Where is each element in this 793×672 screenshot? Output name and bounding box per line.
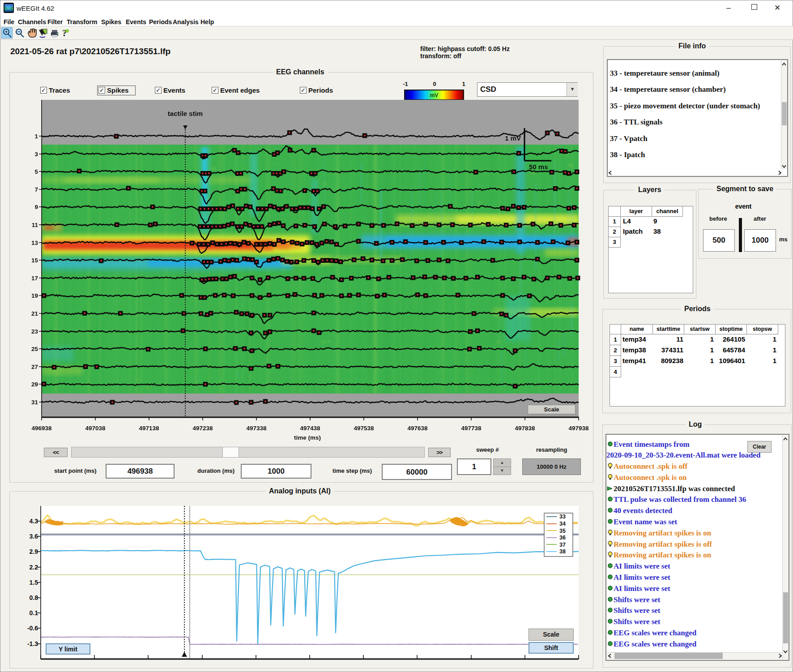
svg-text:13: 13: [31, 240, 38, 246]
svg-text:497838: 497838: [515, 425, 535, 432]
svg-text:0.8: 0.8: [30, 594, 38, 601]
svg-text:mV: mV: [430, 92, 439, 98]
svg-text:9: 9: [34, 204, 38, 210]
svg-text:29: 29: [31, 381, 38, 388]
svg-text:11: 11: [32, 222, 38, 228]
svg-text:19: 19: [31, 292, 38, 299]
svg-text:31: 31: [31, 399, 38, 406]
svg-text:33: 33: [559, 514, 566, 520]
svg-text:1 mV: 1 mV: [505, 134, 521, 142]
svg-text:15: 15: [31, 257, 38, 264]
svg-text:37: 37: [559, 542, 566, 548]
svg-text:497538: 497538: [354, 425, 374, 432]
svg-text:tactile stim: tactile stim: [168, 110, 203, 117]
svg-text:1: 1: [34, 133, 38, 140]
svg-text:38: 38: [559, 548, 566, 555]
svg-text:497038: 497038: [85, 425, 106, 432]
svg-text:497438: 497438: [300, 425, 320, 432]
svg-text:497238: 497238: [192, 425, 213, 432]
svg-text:496938: 496938: [31, 425, 52, 432]
svg-text:497738: 497738: [461, 425, 482, 432]
svg-text:35: 35: [559, 528, 566, 534]
svg-text:-0.6: -0.6: [27, 625, 38, 632]
svg-text:17: 17: [31, 275, 38, 282]
svg-text:-1: -1: [403, 81, 408, 87]
svg-text:1: 1: [462, 81, 465, 87]
svg-text:497638: 497638: [407, 425, 428, 432]
svg-text:50 ms: 50 ms: [529, 163, 548, 171]
svg-text:0: 0: [433, 81, 436, 87]
svg-text:497338: 497338: [246, 425, 267, 432]
svg-text:21: 21: [31, 310, 38, 317]
svg-text:-1.3: -1.3: [27, 640, 38, 647]
svg-text:4.3: 4.3: [30, 518, 38, 525]
svg-text:1.5: 1.5: [30, 579, 38, 586]
svg-text:3: 3: [34, 151, 38, 158]
svg-text:34: 34: [559, 521, 566, 527]
svg-text:2.9: 2.9: [30, 548, 38, 555]
svg-text:7: 7: [34, 186, 38, 193]
svg-text:36: 36: [559, 535, 566, 541]
svg-text:25: 25: [31, 346, 38, 352]
svg-text:3.6: 3.6: [30, 533, 38, 540]
svg-text:497938: 497938: [568, 425, 589, 432]
svg-text:2.2: 2.2: [30, 564, 38, 571]
svg-text:5: 5: [34, 168, 38, 175]
svg-text:time (ms): time (ms): [294, 434, 321, 441]
svg-text:0.1: 0.1: [30, 609, 38, 616]
svg-text:23: 23: [31, 328, 38, 335]
svg-text:497138: 497138: [139, 425, 159, 432]
svg-text:27: 27: [31, 364, 38, 370]
